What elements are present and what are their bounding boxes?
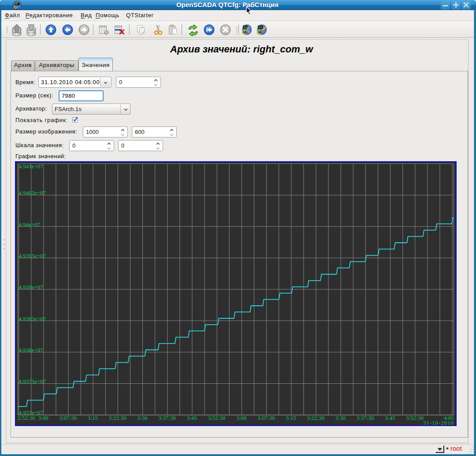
svg-text:3:07:30: 3:07:30 [59,415,77,421]
svg-text:31-10-2010: 31-10-2010 [423,419,454,425]
svg-text:3:22:30: 3:22:30 [109,415,126,421]
svg-text:3:52:30: 3:52:30 [406,415,424,421]
svg-text:3:30: 3:30 [137,415,147,421]
svg-text:3:45: 3:45 [385,415,395,421]
svg-text:4.9405e+07: 4.9405e+07 [19,189,46,196]
svg-text:3:30: 3:30 [335,415,346,421]
svg-text:4.939e+07: 4.939e+07 [19,284,44,290]
svg-text:2:52:30: 2:52:30 [18,415,35,421]
svg-text:3:52:30: 3:52:30 [208,415,226,421]
svg-text:3:22:30: 3:22:30 [307,415,324,421]
svg-text:3:15: 3:15 [88,415,98,421]
svg-text:3:07:30: 3:07:30 [257,415,275,421]
svg-text:4.9395e+07: 4.9395e+07 [19,252,46,259]
svg-text:3:37:30: 3:37:30 [158,415,176,421]
svg-text:3:00: 3:00 [38,415,48,421]
svg-text:3:37:30: 3:37:30 [357,415,374,421]
svg-text:4.938e+07: 4.938e+07 [19,347,44,353]
svg-text:3:00: 3:00 [236,415,246,421]
svg-text:4.94e+07: 4.94e+07 [19,221,41,228]
svg-text:4.941e+07: 4.941e+07 [19,163,44,170]
svg-text:4.9385e+07: 4.9385e+07 [19,315,46,322]
svg-text:4.9375e+07: 4.9375e+07 [19,378,46,385]
svg-text:3:15: 3:15 [286,415,296,421]
svg-text:3:45: 3:45 [187,415,197,421]
